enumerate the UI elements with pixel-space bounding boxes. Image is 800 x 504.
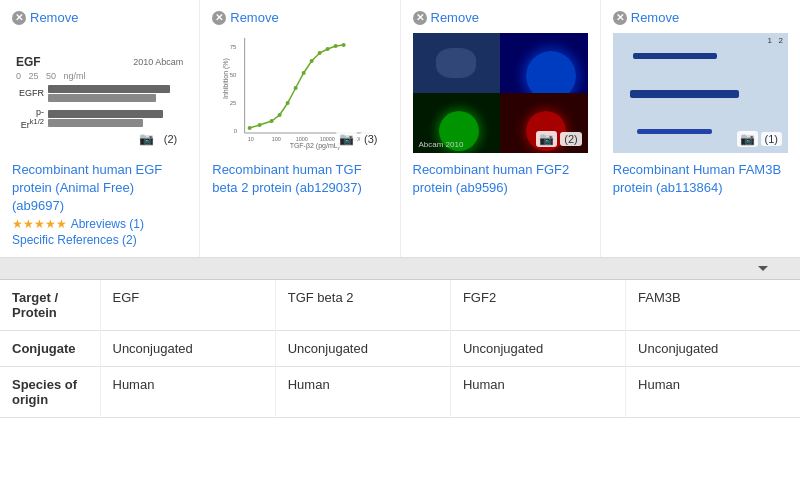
lane-label-1: 1 — [768, 36, 772, 45]
product-col-1: ✕Remove EGF 2010 Abcam 0 25 50 ng/ml EGF… — [0, 0, 200, 257]
svg-point-6 — [270, 119, 274, 123]
svg-point-7 — [278, 113, 282, 117]
remove-button-3[interactable]: ✕Remove — [413, 10, 588, 25]
product-image-1: EGF 2010 Abcam 0 25 50 ng/ml EGFR p-Erk1… — [12, 33, 187, 153]
image-count-1: (2) — [160, 132, 181, 146]
camera-icon-3[interactable]: 📷 — [536, 131, 557, 147]
svg-text:25: 25 — [230, 100, 237, 106]
product-image-4: 1 2 📷 (1) — [613, 33, 788, 153]
lane-label-2: 2 — [779, 36, 783, 45]
svg-text:100: 100 — [272, 136, 281, 142]
product-image-3: Abcam 2010 📷 (2) — [413, 33, 588, 153]
product-title-2[interactable]: Recombinant human TGF beta 2 protein (ab… — [212, 162, 362, 195]
remove-icon: ✕ — [12, 11, 26, 25]
row-3-col-4: Human — [626, 366, 800, 417]
product-col-2: ✕Remove Inhibition (%) TGF-β2 (pg/mL) — [200, 0, 400, 257]
row-label-1: Target / Protein — [0, 280, 100, 331]
remove-label: Remove — [230, 10, 278, 25]
row-1-col-2: TGF beta 2 — [275, 280, 450, 331]
row-2-col-3: Unconjugated — [450, 330, 625, 366]
camera-icon-4[interactable]: 📷 — [737, 131, 758, 147]
product-title-4[interactable]: Recombinant Human FAM3B protein (ab11386… — [613, 162, 781, 195]
image-badge-2: 📷 (3) — [336, 131, 381, 147]
image-count-4: (1) — [761, 132, 782, 146]
svg-point-14 — [334, 44, 338, 48]
overview-row-2: ConjugateUnconjugatedUnconjugatedUnconju… — [0, 330, 800, 366]
wb-band-1 — [633, 53, 717, 59]
products-container: ✕Remove EGF 2010 Abcam 0 25 50 ng/ml EGF… — [0, 0, 800, 257]
svg-point-11 — [310, 59, 314, 63]
overview-section: Target / ProteinEGFTGF beta 2FGF2FAM3BCo… — [0, 258, 800, 418]
overview-header — [0, 258, 800, 280]
svg-point-5 — [258, 123, 262, 127]
svg-text:1000: 1000 — [296, 136, 308, 142]
svg-point-4 — [248, 126, 252, 130]
image-count-3: (2) — [560, 132, 581, 146]
svg-point-9 — [294, 86, 298, 90]
image-badge-1: 📷 (2) — [136, 131, 181, 147]
svg-point-15 — [342, 43, 346, 47]
wb-band-2 — [630, 90, 739, 98]
overview-table: Target / ProteinEGFTGF beta 2FGF2FAM3BCo… — [0, 280, 800, 418]
row-3-col-1: Human — [100, 366, 275, 417]
overview-controls — [744, 266, 788, 271]
camera-icon-1[interactable]: 📷 — [136, 131, 157, 147]
row-3-col-3: Human — [450, 366, 625, 417]
row-label-3: Species of origin — [0, 366, 100, 417]
abcam-watermark: Abcam 2010 — [419, 140, 464, 149]
row-3-col-2: Human — [275, 366, 450, 417]
row-2-col-4: Unconjugated — [626, 330, 800, 366]
svg-text:50: 50 — [230, 72, 237, 78]
remove-icon: ✕ — [613, 11, 627, 25]
remove-icon: ✕ — [212, 11, 226, 25]
remove-button-2[interactable]: ✕Remove — [212, 10, 387, 25]
specific-references-link[interactable]: Specific References (2) — [12, 233, 187, 247]
fluor-quadrant-2 — [500, 33, 588, 93]
star-rating: ★★★★★ — [12, 217, 67, 231]
remove-icon: ✕ — [413, 11, 427, 25]
product-title-3[interactable]: Recombinant human FGF2 protein (ab9596) — [413, 162, 570, 195]
row-1-col-3: FGF2 — [450, 280, 625, 331]
svg-point-12 — [318, 51, 322, 55]
overview-row-1: Target / ProteinEGFTGF beta 2FGF2FAM3B — [0, 280, 800, 331]
row-2-col-1: Unconjugated — [100, 330, 275, 366]
svg-point-8 — [286, 101, 290, 105]
svg-text:10000: 10000 — [320, 136, 335, 142]
image-count-2: (3) — [360, 132, 381, 146]
row-2-col-2: Unconjugated — [275, 330, 450, 366]
svg-text:TGF-β2 (pg/mL): TGF-β2 (pg/mL) — [290, 142, 340, 150]
svg-point-13 — [326, 47, 330, 51]
chevron-down-icon — [758, 266, 768, 271]
svg-text:0: 0 — [234, 128, 238, 134]
reviews-link[interactable]: Abreviews (1) — [71, 217, 144, 231]
svg-point-10 — [302, 71, 306, 75]
remove-button-1[interactable]: ✕Remove — [12, 10, 187, 25]
image-badge-4: 📷 (1) — [737, 131, 782, 147]
remove-button-4[interactable]: ✕Remove — [613, 10, 788, 25]
row-1-col-1: EGF — [100, 280, 275, 331]
remove-label: Remove — [431, 10, 479, 25]
svg-text:10: 10 — [248, 136, 254, 142]
products-row: ✕Remove EGF 2010 Abcam 0 25 50 ng/ml EGF… — [0, 0, 800, 258]
row-1-col-4: FAM3B — [626, 280, 800, 331]
overview-row-3: Species of originHumanHumanHumanHuman — [0, 366, 800, 417]
remove-label: Remove — [631, 10, 679, 25]
star-row: ★★★★★ Abreviews (1) — [12, 216, 187, 231]
product-title-1[interactable]: Recombinant human EGF protein (Animal Fr… — [12, 162, 162, 213]
comparison-grid: ✕Remove EGF 2010 Abcam 0 25 50 ng/ml EGF… — [0, 0, 800, 418]
product-image-2: Inhibition (%) TGF-β2 (pg/mL) — [212, 33, 387, 153]
fluor-quadrant-1 — [413, 33, 501, 93]
row-label-2: Conjugate — [0, 330, 100, 366]
camera-icon-2[interactable]: 📷 — [336, 131, 357, 147]
wb-band-3 — [637, 129, 712, 134]
svg-text:75: 75 — [230, 44, 237, 50]
product-col-3: ✕Remove Abcam 2010 📷 (2) Recombina — [401, 0, 601, 257]
remove-label: Remove — [30, 10, 78, 25]
product-col-4: ✕Remove 1 2 📷 (1) Recombinant Human FAM3… — [601, 0, 800, 257]
image-badge-3: 📷 (2) — [536, 131, 581, 147]
svg-text:Inhibition (%): Inhibition (%) — [222, 58, 230, 99]
